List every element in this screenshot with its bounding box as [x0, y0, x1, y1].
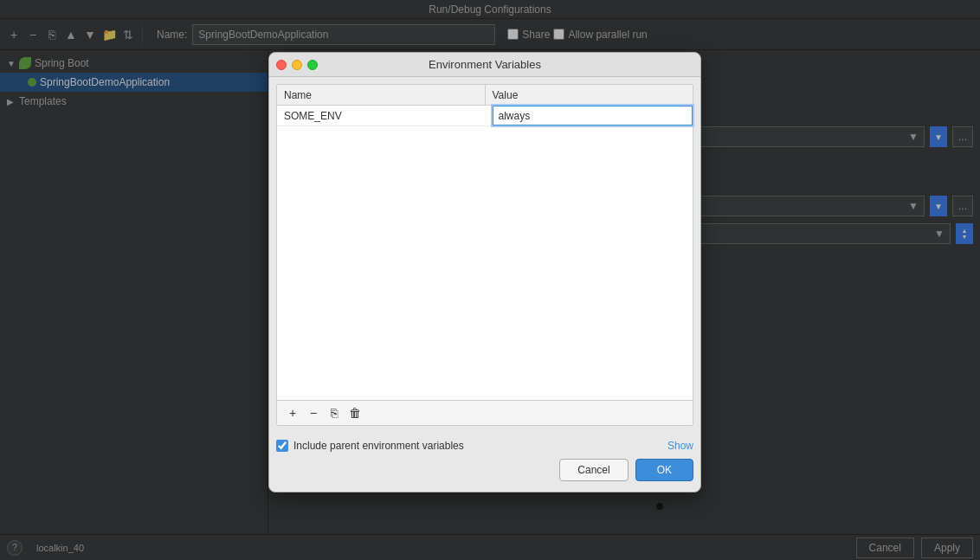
- table-row: SOME_ENV: [277, 106, 693, 126]
- env-table-header: Name Value: [277, 85, 693, 106]
- env-table: Name Value SOME_ENV + − ⎘: [276, 84, 693, 426]
- env-modal: Environment Variables Name Value SOME_EN…: [268, 52, 701, 492]
- col-value-header: Value: [486, 85, 693, 105]
- modal-overlay: Environment Variables Name Value SOME_EN…: [0, 0, 980, 560]
- modal-traffic-lights: [276, 60, 318, 70]
- cell-name-0: SOME_ENV: [277, 106, 493, 126]
- env-toolbar: + − ⎘ 🗑: [277, 400, 693, 425]
- env-copy-button[interactable]: ⎘: [326, 404, 343, 422]
- ide-window: Run/Debug Configurations + − ⎘ ▲ ▼ 📁 ⇅ N…: [0, 0, 980, 560]
- env-ok-button[interactable]: OK: [635, 459, 693, 481]
- close-button[interactable]: [276, 60, 287, 70]
- maximize-button[interactable]: [307, 60, 318, 70]
- include-parent-checkbox[interactable]: [276, 440, 288, 452]
- env-checkbox-area: Include parent environment variables Sho…: [269, 433, 700, 459]
- minimize-button[interactable]: [292, 60, 302, 70]
- cell-value-0[interactable]: [493, 106, 693, 126]
- show-link[interactable]: Show: [667, 440, 693, 452]
- col-name-header: Name: [277, 85, 486, 105]
- include-parent-label: Include parent environment variables: [276, 440, 464, 452]
- env-cancel-button[interactable]: Cancel: [559, 459, 628, 481]
- env-add-button[interactable]: +: [284, 404, 301, 422]
- env-modal-titlebar: Environment Variables: [269, 53, 700, 77]
- env-modal-buttons: Cancel OK: [269, 459, 700, 492]
- env-remove-button[interactable]: −: [305, 404, 322, 422]
- env-delete-button[interactable]: 🗑: [346, 404, 364, 422]
- include-parent-text: Include parent environment variables: [293, 440, 464, 452]
- env-modal-title: Environment Variables: [429, 58, 541, 71]
- cell-value-input-0[interactable]: [493, 106, 693, 126]
- env-table-body: SOME_ENV: [277, 106, 693, 400]
